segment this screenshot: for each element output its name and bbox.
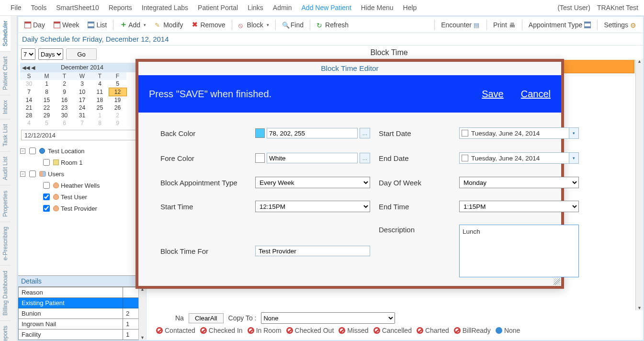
toolbar-list[interactable]: List: [83, 19, 111, 31]
side-tab-billing-dashboard[interactable]: Billing Dashboard: [0, 266, 11, 321]
side-tab-inbox[interactable]: Inbox: [0, 95, 11, 119]
menu-admin[interactable]: Admin: [268, 1, 297, 14]
menu-hide-menu[interactable]: Hide Menu: [356, 1, 398, 14]
description-textarea[interactable]: [459, 225, 579, 277]
editor-title: Block Time Editor: [138, 62, 561, 75]
resize-grip-icon[interactable]: [554, 278, 560, 285]
chevron-down-icon[interactable]: ▾: [569, 128, 578, 138]
save-button[interactable]: Save: [482, 89, 504, 100]
block-type-select[interactable]: Every Week: [255, 177, 370, 188]
menu-help[interactable]: Help: [398, 1, 422, 14]
tree-user-row[interactable]: Heather Wells: [20, 180, 144, 191]
menu-links[interactable]: Links: [243, 1, 268, 14]
nav-unit-select[interactable]: Days: [38, 48, 63, 60]
current-date-field[interactable]: 12/12/2014: [21, 130, 143, 140]
tree-location-checkbox[interactable]: [29, 148, 36, 154]
menu-integrated-labs[interactable]: Integrated Labs: [137, 1, 193, 14]
tree-users-checkbox[interactable]: [29, 170, 36, 177]
status-in-room[interactable]: In Room: [248, 327, 282, 334]
side-tab-properties[interactable]: Properties: [0, 186, 11, 222]
expander-icon[interactable]: −: [20, 171, 25, 177]
tree-user-checkbox[interactable]: [43, 205, 50, 212]
cal-grid[interactable]: SMTWTFS 30123456 78910111213 14151617181…: [20, 72, 144, 127]
details-row-selected[interactable]: Existing Patient: [19, 298, 146, 308]
date-nav-controls: 7 Days Go: [18, 45, 146, 63]
mini-calendar[interactable]: ◀◀ ◀ December 2014 ▶ SMTWTFS 30123456 78…: [18, 63, 146, 127]
side-tab-reports[interactable]: 4 Reports: [0, 321, 11, 341]
side-tab-eprescribing[interactable]: e-Prescribing: [0, 222, 11, 266]
start-date-checkbox[interactable]: [462, 130, 468, 136]
toolbar-encounter[interactable]: Encounter▤: [437, 19, 485, 31]
menu-add-new-patient[interactable]: Add New Patient: [297, 1, 356, 14]
nav-go-button[interactable]: Go: [66, 48, 97, 60]
chevron-down-icon[interactable]: ▾: [569, 153, 578, 163]
side-tab-scheduler[interactable]: Scheduler: [0, 16, 11, 52]
side-tab-task-list[interactable]: Task List: [0, 119, 11, 152]
status-contacted[interactable]: Contacted: [156, 327, 195, 334]
end-date-checkbox[interactable]: [462, 155, 468, 161]
status-icon: [156, 327, 163, 334]
tree-user-row[interactable]: Test User: [20, 191, 144, 203]
details-row[interactable]: Facility1: [19, 330, 146, 340]
expander-icon[interactable]: −: [20, 148, 25, 154]
toolbar-print[interactable]: Print🖶: [489, 19, 520, 31]
menu-file[interactable]: File: [6, 1, 26, 14]
back-color-field[interactable]: …: [255, 127, 370, 139]
tree-room-checkbox[interactable]: [43, 159, 50, 166]
toolbar-day[interactable]: Day: [20, 19, 49, 31]
status-billready[interactable]: BillReady: [454, 327, 491, 334]
details-row[interactable]: Ingrown Nail1: [19, 319, 146, 330]
end-date-field[interactable]: Tuesday, June 24, 2014 ▾: [459, 152, 579, 164]
clear-all-button[interactable]: ClearAll: [189, 313, 224, 323]
details-row[interactable]: Reason: [19, 287, 146, 298]
tree-user-row[interactable]: Test Provider: [20, 203, 144, 214]
fore-color-picker-button[interactable]: …: [360, 153, 370, 163]
toolbar-modify[interactable]: ✎Modify: [150, 19, 187, 31]
fore-color-input[interactable]: [267, 153, 358, 163]
toolbar-appointment-type[interactable]: Appointment Type: [524, 19, 596, 31]
start-time-label: Start Time: [160, 203, 247, 211]
toolbar-add[interactable]: ＋Add▾: [115, 19, 150, 31]
nav-count-select[interactable]: 7: [21, 48, 35, 60]
details-row[interactable]: Bunion2: [19, 308, 146, 319]
toolbar-settings[interactable]: Settings⚙: [599, 19, 641, 31]
tree-room-row[interactable]: Room 1: [20, 157, 144, 168]
fore-color-field[interactable]: …: [255, 152, 370, 164]
copy-to-select[interactable]: None: [261, 312, 395, 324]
back-color-input[interactable]: [267, 128, 358, 138]
menu-patient-portal[interactable]: Patient Portal: [193, 1, 243, 14]
end-time-select[interactable]: 1:15PM: [459, 201, 579, 212]
tree-user-checkbox[interactable]: [43, 193, 50, 200]
schedule-scrollbar[interactable]: ▲▼: [635, 59, 643, 310]
side-tab-audit-list[interactable]: Audit List: [0, 152, 11, 185]
toolbar-week[interactable]: Week: [49, 19, 84, 31]
back-color-picker-button[interactable]: …: [360, 128, 370, 138]
menu-reports[interactable]: Reports: [104, 1, 137, 14]
status-cancelled[interactable]: Cancelled: [373, 327, 412, 334]
menu-smartsheet[interactable]: SmartSheet10: [51, 1, 104, 14]
status-checked-in[interactable]: Checked In: [200, 327, 243, 334]
tree-users-row[interactable]: − Users: [20, 168, 144, 180]
side-tab-patient-chart[interactable]: Patient Chart: [0, 52, 11, 95]
start-time-select[interactable]: 12:15PM: [255, 201, 370, 212]
toolbar-remove[interactable]: ✖Remove: [187, 19, 229, 31]
chevron-down-icon: ▾: [142, 23, 146, 27]
status-charted[interactable]: Charted: [417, 327, 449, 334]
toolbar-refresh[interactable]: ↻Refresh: [312, 19, 353, 31]
toolbar-find[interactable]: 🔍Find: [278, 19, 308, 31]
status-checked-out[interactable]: Checked Out: [286, 327, 334, 334]
day-of-week-select[interactable]: Monday: [459, 177, 579, 188]
cancel-button[interactable]: Cancel: [521, 89, 551, 100]
details-scrollbar[interactable]: ▲▼: [138, 287, 146, 340]
block-for-input[interactable]: [255, 246, 370, 256]
schedule-footer: Na ClearAll Copy To : None Contacted Che…: [147, 310, 643, 340]
cal-prev-icon[interactable]: ◀◀ ◀: [22, 65, 35, 71]
status-none[interactable]: None: [496, 327, 520, 334]
status-missed[interactable]: Missed: [339, 327, 368, 334]
tree-location-row[interactable]: − Test Location: [20, 145, 144, 157]
start-date-field[interactable]: Tuesday, June 24, 2014 ▾: [459, 127, 579, 139]
tree-user-checkbox[interactable]: [43, 182, 50, 189]
toolbar-block[interactable]: ⦸Block▾: [234, 19, 273, 31]
menu-tools[interactable]: Tools: [26, 1, 52, 14]
start-date-label: Start Date: [379, 129, 451, 137]
